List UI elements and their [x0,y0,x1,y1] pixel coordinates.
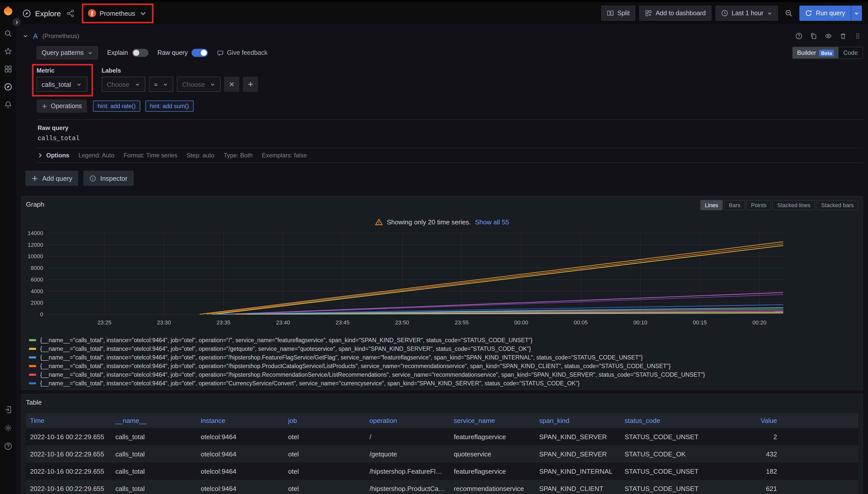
add-to-dashboard-button[interactable]: Add to dashboard [639,5,711,21]
inspector-button[interactable]: Inspector [84,171,134,186]
page-title: Explore [35,9,61,18]
star-icon[interactable] [4,47,12,55]
query-ref-id[interactable]: A [33,32,38,40]
drag-handle-icon[interactable] [854,32,862,40]
left-sidebar [0,2,16,494]
trash-icon[interactable] [839,32,847,40]
svg-text:00:00: 00:00 [514,319,528,326]
table-row[interactable]: 2022-10-16 00:22:29.655calls_totalotelco… [26,462,858,480]
time-series-chart[interactable]: 0200040006000800010000120001400023:2523:… [26,229,858,329]
query-patterns-dropdown[interactable]: Query patterns [37,46,98,59]
time-range-picker[interactable]: Last 1 hour [716,5,778,21]
table-cell: recommendationservice [450,480,535,494]
label-operator-value: = [154,80,158,88]
add-operation-button[interactable]: Operations [37,99,87,113]
legend-item[interactable]: {__name__="calls_total", instance="otelc… [29,361,858,370]
legend-item[interactable]: {__name__="calls_total", instance="otelc… [29,387,858,390]
column-header-status-code[interactable]: status_code [620,413,705,428]
labels-field: Labels Choose = Choose [102,67,258,92]
query-options-row: Options Legend: AutoFormat: Time seriesS… [37,148,863,163]
legend-swatch [29,365,36,367]
svg-text:23:35: 23:35 [217,319,231,326]
graph-mode-stacked-bars[interactable]: Stacked bars [817,200,858,210]
legend-item[interactable]: {__name__="calls_total", instance="otelc… [29,336,858,344]
svg-text:4000: 4000 [31,288,43,294]
give-feedback-button[interactable]: Give feedback [217,49,268,56]
bell-icon[interactable] [4,100,12,109]
sign-in-icon[interactable] [4,406,12,414]
label-value-select[interactable]: Choose [177,77,221,92]
beta-badge: Beta [819,50,834,56]
svg-text:00:05: 00:05 [574,319,588,326]
graph-mode-lines[interactable]: Lines [700,200,723,210]
table-row[interactable]: 2022-10-16 00:22:29.655calls_totalotelco… [26,480,858,494]
legend-item[interactable]: {__name__="calls_total", instance="otelc… [29,370,858,379]
duplicate-query-icon[interactable] [810,32,818,40]
hint-button[interactable]: hint: add rate() [93,100,140,112]
legend-item[interactable]: {__name__="calls_total", instance="otelc… [29,353,858,361]
explore-content: A (Prometheus) Query patterns [16,24,868,494]
split-button[interactable]: Split [601,5,635,21]
run-query-group: Run query [800,5,862,21]
table-cell: STATUS_CODE_UNSET [620,462,705,480]
column-header-instance[interactable]: instance [197,413,284,428]
hint-button[interactable]: hint: add sum() [145,100,193,112]
tab-builder[interactable]: Builder Beta [793,47,839,58]
run-query-button[interactable]: Run query [800,5,851,21]
table-row[interactable]: 2022-10-16 00:22:29.655calls_totalotelco… [26,428,858,445]
search-icon[interactable] [4,30,12,38]
grafana-logo[interactable] [2,5,14,16]
help-icon[interactable] [4,442,12,450]
run-query-caret-button[interactable] [851,5,862,21]
sidebar-expand-button[interactable] [13,18,20,26]
query-help-icon[interactable] [795,32,803,40]
column-header-service-name[interactable]: service_name [450,413,535,428]
apps-icon[interactable] [4,65,12,73]
table-cell: quoteservice [450,445,535,462]
compass-explore-icon[interactable] [4,83,12,91]
collapse-chevron-icon[interactable] [22,33,29,39]
metric-select[interactable]: calls_total [37,77,87,92]
graph-mode-buttons: LinesBarsPointsStacked linesStacked bars [700,200,858,210]
options-summary-item: Legend: Auto [78,152,114,159]
label-value-placeholder: Choose [182,80,205,88]
hide-query-eye-icon[interactable] [824,32,832,40]
sidebar-bottom-icons [4,406,12,450]
column-header-span-kind[interactable]: span_kind [535,413,620,428]
raw-query-section: Raw query calls_total [37,119,863,148]
raw-query-toggle[interactable] [192,49,208,57]
column-header-value[interactable]: Value [705,413,781,428]
legend-item[interactable]: {__name__="calls_total", instance="otelc… [29,344,858,353]
add-query-button[interactable]: Add query [25,171,78,186]
svg-text:23:55: 23:55 [455,319,469,326]
label-key-select[interactable]: Choose [102,77,145,92]
column-header--name-[interactable]: __name__ [111,413,197,428]
options-label: Options [46,152,69,159]
zoom-out-icon[interactable] [782,5,796,21]
label-operator-select[interactable]: = [149,77,174,92]
gear-icon[interactable] [4,424,12,432]
table-row[interactable]: 2022-10-16 00:22:29.655calls_totalotelco… [26,445,858,462]
tab-code[interactable]: Code [839,47,863,58]
options-collapse-toggle[interactable]: Options [38,152,69,159]
column-header-time[interactable]: Time [26,413,111,428]
column-header-operation[interactable]: operation [365,413,450,428]
graph-mode-bars[interactable]: Bars [724,200,745,210]
datasource-picker[interactable]: Prometheus [86,7,149,20]
graph-mode-stacked-lines[interactable]: Stacked lines [773,200,815,210]
query-datasource-hint: (Prometheus) [42,33,79,40]
column-header-job[interactable]: job [284,413,365,428]
table-cell: SPAN_KIND_INTERNAL [535,462,620,480]
explain-toggle[interactable] [132,49,148,57]
share-icon[interactable] [66,9,75,18]
graph-mode-points[interactable]: Points [746,200,771,210]
label-key-placeholder: Choose [107,80,130,88]
table-cell: 2022-10-16 00:22:29.655 [26,428,111,445]
remove-label-filter-button[interactable] [224,77,239,92]
legend-item[interactable]: {__name__="calls_total", instance="otelc… [29,379,858,387]
table-cell: SPAN_KIND_CLIENT [535,480,620,494]
show-all-series-link[interactable]: Show all 55 [475,218,509,226]
add-label-filter-button[interactable] [243,77,258,92]
query-toolbar: Query patterns Explain Raw query Give fe… [37,45,863,61]
raw-query-toggle-field: Raw query [157,49,208,57]
